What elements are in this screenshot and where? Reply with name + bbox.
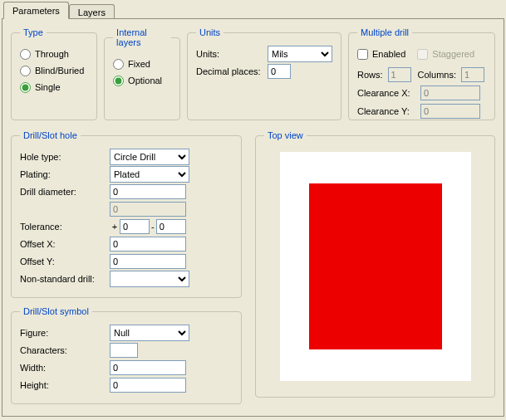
- checkbox-enabled[interactable]: [357, 49, 368, 60]
- figure-label: Figure:: [20, 328, 110, 338]
- label-enabled: Enabled: [372, 49, 405, 59]
- nonstd-select[interactable]: [110, 271, 189, 287]
- offsety-label: Offset Y:: [20, 256, 110, 266]
- decimal-places-input[interactable]: [268, 64, 291, 79]
- clearance-y-label: Clearance Y:: [357, 106, 415, 116]
- radio-optional[interactable]: [113, 76, 124, 86]
- radio-through[interactable]: [20, 49, 31, 60]
- internal-layers-group: Internal layers Fixed Optional: [104, 27, 180, 120]
- offsetx-label: Offset X:: [20, 239, 110, 249]
- units-label: Units:: [196, 49, 268, 59]
- height-label: Height:: [20, 380, 110, 390]
- type-legend: Type: [20, 27, 47, 37]
- topview-legend: Top view: [264, 130, 307, 140]
- characters-label: Characters:: [20, 345, 110, 355]
- tolerance-sep: -: [151, 222, 155, 232]
- units-select[interactable]: Mils: [268, 46, 332, 62]
- diameter-input[interactable]: [110, 184, 186, 199]
- clearance-x-input: [420, 85, 480, 100]
- characters-input[interactable]: [110, 343, 138, 358]
- plating-select[interactable]: Plated: [110, 166, 189, 183]
- tolerance-b-input[interactable]: [156, 219, 186, 234]
- width-input[interactable]: [110, 360, 186, 375]
- hole-legend: Drill/Slot hole: [20, 130, 81, 140]
- multiple-drill-group: Multiple drill Enabled Staggered Rows: C…: [348, 27, 495, 120]
- height-input[interactable]: [110, 378, 186, 393]
- clearance-x-label: Clearance X:: [357, 88, 415, 98]
- figure-select[interactable]: Null: [110, 325, 189, 341]
- label-through: Through: [35, 49, 69, 59]
- rows-input: [388, 67, 411, 82]
- multi-legend: Multiple drill: [357, 27, 412, 37]
- clearance-y-input: [420, 104, 480, 119]
- radio-fixed[interactable]: [113, 59, 124, 70]
- units-group: Units Units: Mils Decimal places:: [187, 27, 341, 120]
- units-legend: Units: [196, 27, 224, 37]
- drill-slot-hole-group: Drill/Slot hole Hole type: Circle Drill …: [11, 130, 242, 298]
- columns-input: [461, 67, 484, 82]
- tolerance-a-input[interactable]: [120, 219, 150, 234]
- width-label: Width:: [20, 363, 110, 373]
- parameters-panel: Type Through Blind/Buried Single Interna…: [2, 18, 504, 417]
- decimal-places-label: Decimal places:: [196, 66, 268, 76]
- tab-parameters[interactable]: Parameters: [3, 2, 69, 19]
- label-blind: Blind/Buried: [35, 66, 84, 76]
- tolerance-label: Tolerance:: [20, 222, 110, 232]
- top-view-group: Top view: [255, 130, 495, 398]
- nonstd-label: Non-standard drill:: [20, 274, 110, 284]
- diameter2-input: [110, 202, 186, 217]
- diameter-label: Drill diameter:: [20, 187, 110, 197]
- internal-legend: Internal layers: [113, 27, 171, 47]
- offsetx-input[interactable]: [110, 237, 186, 252]
- radio-blind[interactable]: [20, 66, 31, 76]
- holetype-select[interactable]: Circle Drill: [110, 149, 189, 165]
- tolerance-plus: +: [110, 222, 120, 232]
- label-fixed: Fixed: [128, 59, 150, 69]
- drill-slot-symbol-group: Drill/Slot symbol Figure: Null Character…: [11, 306, 242, 404]
- type-group: Type Through Blind/Buried Single: [11, 27, 97, 120]
- checkbox-staggered: [417, 49, 428, 60]
- plating-label: Plating:: [20, 169, 110, 179]
- columns-label: Columns:: [418, 70, 456, 80]
- holetype-label: Hole type:: [20, 152, 110, 162]
- rows-label: Rows:: [357, 70, 383, 80]
- label-single: Single: [35, 82, 61, 92]
- topview-shape: [309, 183, 442, 349]
- label-optional: Optional: [128, 76, 162, 85]
- label-staggered: Staggered: [432, 49, 474, 59]
- topview-canvas: [280, 152, 471, 381]
- symbol-legend: Drill/Slot symbol: [20, 306, 92, 316]
- radio-single[interactable]: [20, 82, 31, 93]
- offsety-input[interactable]: [110, 254, 186, 269]
